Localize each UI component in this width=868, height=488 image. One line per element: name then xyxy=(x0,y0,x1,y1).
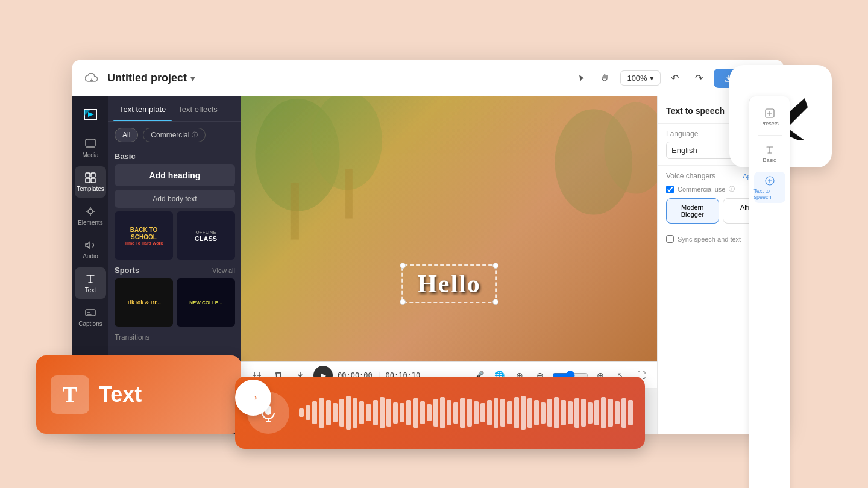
sidebar-item-audio[interactable]: Audio xyxy=(75,234,106,265)
sidebar-item-elements[interactable]: Elements xyxy=(75,200,106,231)
hello-text: Hello xyxy=(417,270,481,298)
school-sub-text: Time To Hard Work xyxy=(125,241,163,245)
wave-bar xyxy=(474,401,479,425)
template-class[interactable]: OFFLINE CLASS xyxy=(177,211,235,260)
wave-bar xyxy=(601,397,606,429)
text-card-label: Text xyxy=(99,382,142,407)
commercial-checkbox[interactable] xyxy=(666,186,674,193)
add-heading-button[interactable]: Add heading xyxy=(115,164,235,186)
add-body-button[interactable]: Add body text xyxy=(115,190,235,208)
project-title-text: Untitled project xyxy=(107,72,187,84)
wave-bar xyxy=(306,405,310,421)
handle-bl[interactable] xyxy=(400,299,406,305)
wave-bar xyxy=(400,403,404,422)
wave-bar xyxy=(541,402,546,424)
wave-bar xyxy=(453,402,458,424)
wave-bar xyxy=(500,399,505,427)
wave-bar xyxy=(514,397,519,429)
commercial-label: Commercial use xyxy=(678,186,725,193)
wave-bar xyxy=(588,402,593,424)
tts-item[interactable]: Text to speech xyxy=(754,172,785,203)
wave-bar xyxy=(527,398,532,428)
wave-bar xyxy=(406,400,411,425)
project-title[interactable]: Untitled project ▾ xyxy=(107,72,195,84)
tts-title: Text to speech xyxy=(666,106,725,116)
transitions-label: Transitions xyxy=(115,333,149,342)
cursor-tool-button[interactable] xyxy=(572,69,591,88)
language-value: English xyxy=(671,146,697,155)
text-card-icon: T xyxy=(51,375,89,414)
sync-label: Sync speech and text xyxy=(678,236,741,243)
handle-tl[interactable] xyxy=(400,263,406,269)
app-logo xyxy=(80,104,101,125)
presets-label: Presets xyxy=(760,120,779,127)
presets-side-panel: Presets Basic Text to speech xyxy=(749,96,790,488)
text-icon-letter: T xyxy=(63,382,77,407)
filter-commercial-button[interactable]: Commercial ⓘ xyxy=(143,128,206,142)
chevron-down-icon: ▾ xyxy=(190,74,195,83)
wave-bar xyxy=(447,400,451,425)
wave-bar xyxy=(460,398,465,428)
template-grid: BACK TOSCHOOL Time To Hard Work OFFLINE … xyxy=(108,211,241,260)
offline-label: OFFLINE xyxy=(195,230,216,235)
wave-bar xyxy=(393,402,398,424)
sports-label: Sports xyxy=(115,266,139,275)
sync-checkbox[interactable] xyxy=(666,235,674,243)
zoom-button[interactable]: 100% ▾ xyxy=(620,70,660,86)
wave-bar xyxy=(433,399,438,427)
sidebar-item-captions[interactable]: Captions xyxy=(75,301,106,333)
transitions-label-area: Transitions xyxy=(108,327,241,347)
info-icon: ⓘ xyxy=(192,131,198,139)
top-bar: Untitled project ▾ 100% ▾ ↶ ↷ Export xyxy=(72,60,784,96)
basic-label: Basic xyxy=(115,152,136,161)
wave-bar xyxy=(507,401,512,425)
wave-bar xyxy=(346,396,351,430)
hand-tool-button[interactable] xyxy=(596,69,615,88)
view-all-link[interactable]: View all xyxy=(212,267,235,274)
wave-bar xyxy=(608,399,612,427)
zoom-level: 100% xyxy=(627,74,647,83)
tab-text-template[interactable]: Text template xyxy=(113,96,172,121)
svg-point-5 xyxy=(88,209,93,214)
commercial-info-icon: ⓘ xyxy=(729,185,735,193)
hello-text-box[interactable]: Hello xyxy=(401,264,497,303)
wave-bar xyxy=(494,398,498,428)
sidebar-item-templates[interactable]: Templates xyxy=(75,166,106,198)
sports-template-1[interactable]: TikTok & Br... xyxy=(115,278,173,327)
panel-tabs: Text template Text effects xyxy=(108,96,241,122)
template-school[interactable]: BACK TOSCHOOL Time To Hard Work xyxy=(115,211,173,260)
basic-section-header: Basic xyxy=(108,146,241,164)
redo-button[interactable]: ↷ xyxy=(690,69,709,88)
sidebar-item-text[interactable]: Text xyxy=(75,267,106,299)
sports-template-grid: TikTok & Br... NEW COLLE... xyxy=(108,278,241,327)
filter-all-button[interactable]: All xyxy=(115,128,138,142)
sports-section-header: Sports View all xyxy=(108,260,241,278)
wave-bar xyxy=(413,398,418,428)
wave-bar xyxy=(440,397,445,429)
voice-card-modern-blogger[interactable]: ModernBlogger xyxy=(666,198,719,224)
wave-bar xyxy=(561,400,565,425)
wave-bar xyxy=(380,397,385,429)
wave-bar xyxy=(366,404,371,421)
basic-item[interactable]: Basic xyxy=(754,138,785,169)
panel-filters: All Commercial ⓘ xyxy=(108,122,241,146)
presets-item[interactable]: Presets xyxy=(754,101,785,133)
divider xyxy=(758,135,782,136)
sports-template-2[interactable]: NEW COLLE... xyxy=(177,278,235,327)
wave-bar xyxy=(615,401,620,425)
tts-label: Text to speech xyxy=(754,188,785,200)
handle-tr[interactable] xyxy=(492,263,498,269)
handle-br[interactable] xyxy=(492,299,498,305)
wave-bar xyxy=(628,400,633,425)
wave-bar xyxy=(521,396,526,430)
video-background xyxy=(241,96,657,361)
sidebar-item-media[interactable]: Media xyxy=(75,133,106,164)
undo-button[interactable]: ↶ xyxy=(665,69,685,88)
waveform-bars xyxy=(299,389,633,437)
templates-label: Templates xyxy=(77,186,104,192)
tab-text-effects[interactable]: Text effects xyxy=(172,96,224,121)
sports-t2-text: NEW COLLE... xyxy=(189,300,222,305)
svg-rect-12 xyxy=(345,169,353,219)
wave-bar xyxy=(568,401,573,425)
wave-bar xyxy=(333,403,338,422)
